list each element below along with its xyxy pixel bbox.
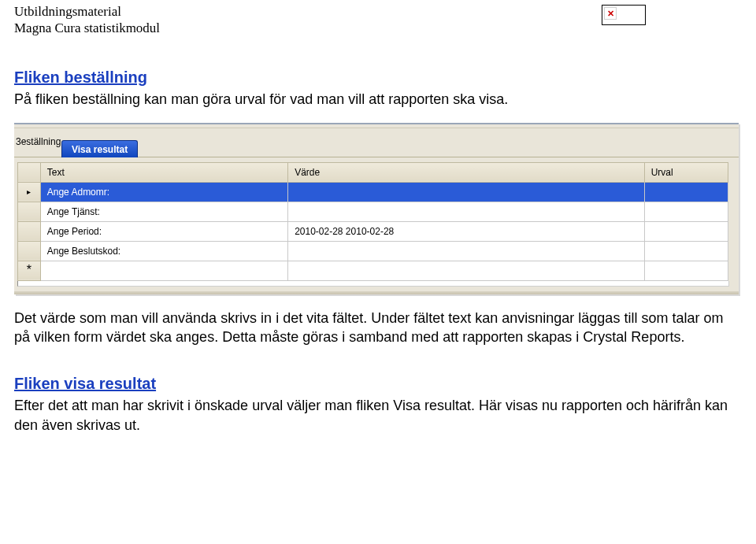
cell-urval[interactable] <box>644 202 728 221</box>
cell-text[interactable]: Ange Period: <box>40 221 287 241</box>
grid-bottom-gap <box>17 281 729 287</box>
cell-text[interactable]: Ange Beslutskod: <box>40 241 287 261</box>
tab-bestallning-cropped[interactable]: 3eställning <box>14 135 62 149</box>
cell-value[interactable]: 2010-02-28 2010-02-28 <box>288 221 645 241</box>
cell-urval[interactable] <box>644 261 728 280</box>
spacer <box>14 353 742 367</box>
section1-paragraph: På fliken beställning kan man göra urval… <box>14 90 742 109</box>
grid-row[interactable]: Ange Tjänst: <box>18 202 728 221</box>
cell-urval[interactable] <box>644 241 728 261</box>
col-header-value[interactable]: Värde <box>288 162 645 182</box>
col-header-text[interactable]: Text <box>40 162 287 182</box>
col-header-urval[interactable]: Urval <box>644 162 728 182</box>
tab-bar: 3eställning Visa resultat <box>14 128 739 157</box>
cell-value[interactable] <box>288 261 645 280</box>
grid-row[interactable]: Ange Beslutskod: <box>18 241 728 261</box>
grid-row-new[interactable]: * <box>18 261 728 280</box>
spacer <box>14 37 742 61</box>
row-indicator <box>18 202 41 221</box>
cell-value[interactable] <box>288 182 645 202</box>
section1-title: Fliken beställning <box>14 68 742 87</box>
section2-paragraph: Efter det att man har skrivit i önskade … <box>14 396 742 435</box>
grid-panel: Text Värde Urval ▸ Ange Admomr: Ange Tjä… <box>14 157 739 291</box>
cell-urval[interactable] <box>644 221 728 241</box>
row-header-corner <box>18 162 41 182</box>
broken-image-placeholder: ✕ <box>602 5 646 25</box>
cell-value[interactable] <box>288 241 645 261</box>
embedded-screenshot: 3eställning Visa resultat Text Värde Urv… <box>14 123 742 294</box>
app-window: 3eställning Visa resultat Text Värde Urv… <box>14 123 739 294</box>
cell-text[interactable]: Ange Tjänst: <box>40 202 287 221</box>
row-indicator-current: ▸ <box>18 182 41 202</box>
document-page: ✕ Utbildningsmaterial Magna Cura statist… <box>0 0 756 449</box>
window-bottom-shade <box>14 291 739 294</box>
data-grid[interactable]: Text Värde Urval ▸ Ange Admomr: Ange Tjä… <box>17 162 728 281</box>
section2-title: Fliken visa resultat <box>14 375 742 393</box>
row-indicator <box>18 241 41 261</box>
tab-group: Visa resultat <box>61 140 139 157</box>
row-indicator-new: * <box>18 261 41 280</box>
broken-image-icon: ✕ <box>604 7 617 20</box>
cell-text[interactable]: Ange Admomr: <box>40 182 287 202</box>
grid-header-row: Text Värde Urval <box>18 162 728 182</box>
cell-value[interactable] <box>288 202 645 221</box>
grid-row[interactable]: ▸ Ange Admomr: <box>18 182 728 202</box>
cell-text[interactable] <box>40 261 287 280</box>
tab-visa-resultat[interactable]: Visa resultat <box>61 140 138 157</box>
paragraph-after-ui: Det värde som man vill använda skrivs in… <box>14 309 742 347</box>
cell-urval[interactable] <box>644 182 728 202</box>
grid-row[interactable]: Ange Period: 2010-02-28 2010-02-28 <box>18 221 728 241</box>
row-indicator <box>18 221 41 241</box>
x-icon: ✕ <box>607 9 614 18</box>
